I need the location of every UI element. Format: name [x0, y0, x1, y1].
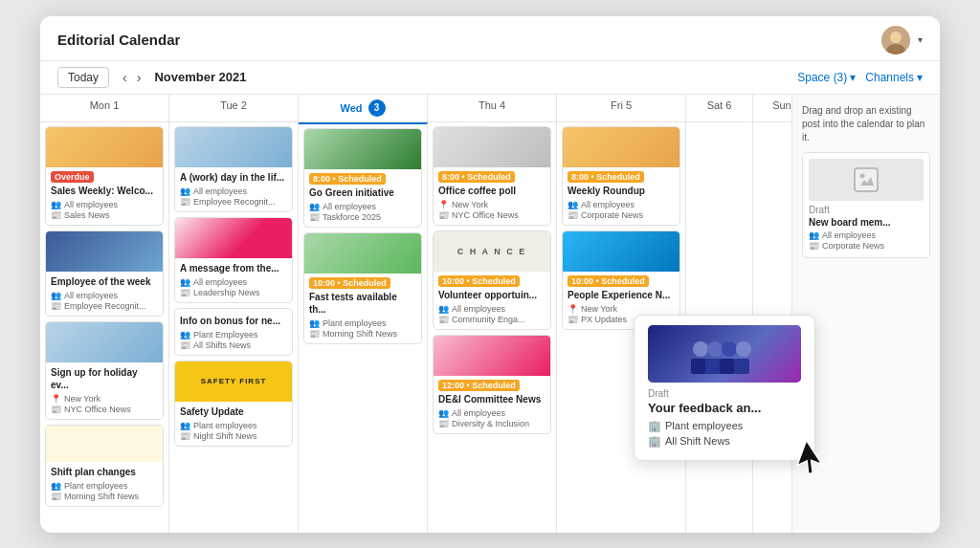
list-item[interactable]: SAFETY FIRST Safety Update 👥Plant employ…	[174, 361, 293, 447]
app-title: Editorial Calendar	[57, 32, 180, 48]
status-badge: 12:00 • Scheduled	[438, 380, 520, 391]
app-header: Editorial Calendar ▾	[40, 16, 940, 61]
panel-draft-label: Draft	[809, 205, 924, 215]
day-header-wed: Wed 3	[299, 95, 428, 121]
day-header-sat: Sat 6	[686, 95, 753, 121]
month-label: November 2021	[154, 70, 246, 84]
svg-rect-10	[691, 359, 706, 374]
list-item[interactable]: C H A N C E 10:00 • Scheduled Volunteer …	[433, 230, 551, 330]
day-header-tue: Tue 2	[169, 95, 299, 121]
panel-hint: Drag and drop an existing post into the …	[802, 104, 930, 144]
panel-draft-image	[809, 159, 924, 201]
day-col-wed: 8:00 • Scheduled Go Green initiative 👥Al…	[299, 122, 428, 533]
prev-arrow[interactable]: ‹	[119, 68, 131, 87]
day-col-mon: Overdue Sales Weekly: Welco... 👥All empl…	[40, 122, 169, 533]
floating-draft-card[interactable]: Draft Your feedback an... 🏢 Plant employ…	[634, 315, 815, 461]
status-badge: 8:00 • Scheduled	[309, 173, 386, 185]
floating-card-image	[648, 325, 801, 383]
floating-meta1-text: Plant employees	[665, 420, 743, 431]
status-badge: 8:00 • Scheduled	[438, 171, 515, 183]
svg-rect-12	[720, 359, 735, 374]
header-right: ▾	[881, 26, 923, 55]
svg-rect-11	[705, 359, 721, 374]
day-header-sun: Sun 7	[753, 95, 791, 121]
floating-meta2-icon: 🏢	[648, 435, 661, 448]
list-item[interactable]: Employee of the week 👥All employees 📰Emp…	[45, 230, 164, 317]
day-headers: Mon 1 Tue 2 Wed 3 Thu 4 Fri 5 Sat 6 Sun …	[40, 95, 791, 122]
svg-point-9	[736, 341, 751, 357]
floating-draft-label: Draft	[648, 388, 801, 399]
status-badge: 10:00 • Scheduled	[568, 275, 649, 287]
day-header-mon: Mon 1	[40, 95, 169, 121]
list-item[interactable]: 8:00 • Scheduled Go Green initiative 👥Al…	[303, 128, 422, 228]
next-arrow[interactable]: ›	[133, 68, 145, 87]
toolbar: Today ‹ › November 2021 Space (3) ▾ Chan…	[40, 61, 940, 95]
avatar[interactable]	[881, 26, 910, 55]
app-window: Editorial Calendar ▾ Today ‹ › November …	[40, 16, 940, 533]
floating-meta2-text: All Shift News	[665, 435, 730, 447]
list-item[interactable]: A (work) day in the lif... 👥All employee…	[174, 126, 293, 212]
avatar-chevron[interactable]: ▾	[918, 34, 923, 45]
svg-point-1	[890, 32, 902, 43]
floating-card-title: Your feedback an...	[648, 401, 801, 415]
status-badge: 8:00 • Scheduled	[568, 171, 644, 183]
space-button[interactable]: Space (3) ▾	[797, 71, 856, 84]
day-col-thu: 8:00 • Scheduled Office coffee poll 📍New…	[428, 122, 557, 533]
panel-draft-title: New board mem...	[809, 217, 924, 228]
today-button[interactable]: Today	[57, 67, 109, 88]
list-item[interactable]: A message from the... 👥All employees 📰Le…	[174, 217, 293, 303]
day-header-thu: Thu 4	[428, 95, 557, 121]
svg-rect-3	[855, 168, 878, 191]
toolbar-right: Space (3) ▾ Channels ▾	[797, 71, 923, 84]
list-item[interactable]: 8:00 • Scheduled Weekly Roundup 👥All emp…	[562, 126, 680, 226]
floating-meta1-icon: 🏢	[648, 420, 661, 432]
channels-button[interactable]: Channels ▾	[865, 71, 923, 84]
list-item[interactable]: 10:00 • Scheduled Fast tests available t…	[303, 232, 422, 344]
list-item[interactable]: Overdue Sales Weekly: Welco... 👥All empl…	[45, 126, 164, 226]
toolbar-left: Today ‹ › November 2021	[57, 67, 247, 88]
status-badge: 10:00 • Scheduled	[309, 277, 390, 289]
nav-arrows: ‹ ›	[119, 68, 145, 87]
svg-point-6	[693, 341, 708, 357]
svg-point-7	[707, 341, 723, 357]
list-item[interactable]: Info on bonus for ne... 👥Plant Employees…	[174, 308, 293, 356]
channels-chevron: ▾	[917, 71, 923, 84]
list-item[interactable]: Shift plan changes 👥Plant employees 📰Mor…	[45, 425, 164, 507]
status-badge: 10:00 • Scheduled	[438, 275, 520, 287]
svg-point-4	[860, 173, 865, 178]
status-badge: Overdue	[51, 171, 94, 183]
day-header-fri: Fri 5	[557, 95, 686, 121]
day-col-tue: A (work) day in the lif... 👥All employee…	[169, 122, 299, 533]
svg-point-8	[722, 341, 737, 357]
calendar-area: Mon 1 Tue 2 Wed 3 Thu 4 Fri 5 Sat 6 Sun …	[40, 95, 791, 533]
list-item[interactable]: Sign up for holiday ev... 📍New York 📰NYC…	[45, 321, 164, 420]
list-item[interactable]: 8:00 • Scheduled Office coffee poll 📍New…	[433, 126, 551, 226]
panel-draft-card[interactable]: Draft New board mem... 👥All employees 📰C…	[802, 152, 930, 258]
list-item[interactable]: 12:00 • Scheduled DE&I Committee News 👥A…	[433, 335, 551, 434]
space-chevron: ▾	[850, 71, 856, 84]
svg-rect-13	[734, 359, 749, 374]
